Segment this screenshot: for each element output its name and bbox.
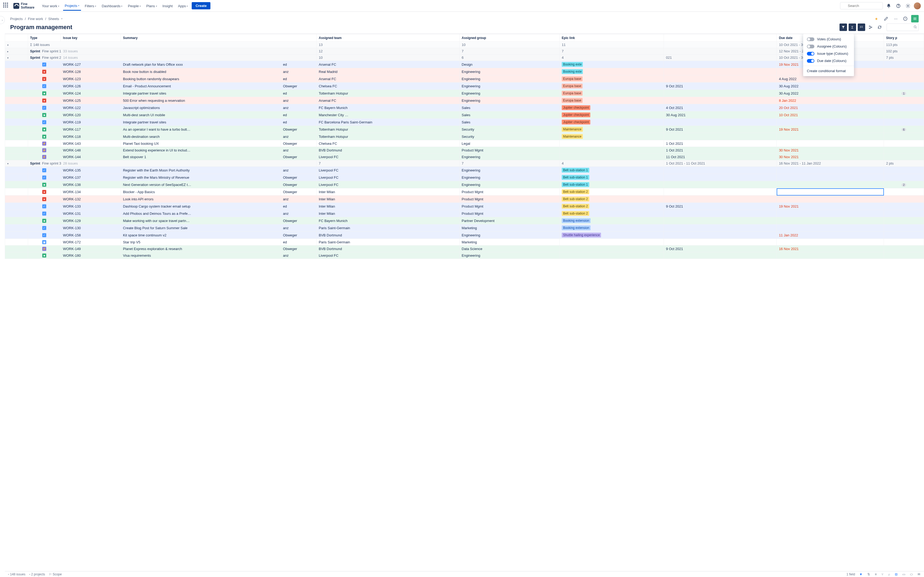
- logo-icon: [13, 3, 19, 9]
- notifications-icon[interactable]: [885, 2, 892, 10]
- main-nav: Your work▾ Projects▾ Filters▾ Dashboards…: [40, 1, 190, 11]
- nav-people[interactable]: People▾: [126, 1, 142, 11]
- create-button[interactable]: Create: [192, 2, 210, 9]
- nav-plans[interactable]: Plans▾: [145, 1, 159, 11]
- topbar: FineSoftware Your work▾ Projects▾ Filter…: [0, 0, 924, 12]
- logo[interactable]: FineSoftware: [13, 2, 34, 9]
- user-avatar[interactable]: [914, 2, 921, 9]
- nav-apps[interactable]: Apps▾: [176, 1, 190, 11]
- nav-projects[interactable]: Projects▾: [63, 1, 81, 11]
- app-switcher-icon[interactable]: [3, 3, 10, 9]
- nav-insight[interactable]: Insight: [161, 1, 174, 11]
- nav-your-work[interactable]: Your work▾: [40, 1, 61, 11]
- nav-dashboards[interactable]: Dashboards▾: [100, 1, 124, 11]
- global-search-input[interactable]: [840, 2, 883, 9]
- svg-point-4: [908, 5, 909, 6]
- help-icon[interactable]: [895, 2, 902, 10]
- logo-text-2: Software: [21, 6, 34, 9]
- logo-text-1: Fine: [21, 2, 34, 6]
- nav-filters[interactable]: Filters▾: [83, 1, 98, 11]
- settings-icon[interactable]: [904, 2, 912, 10]
